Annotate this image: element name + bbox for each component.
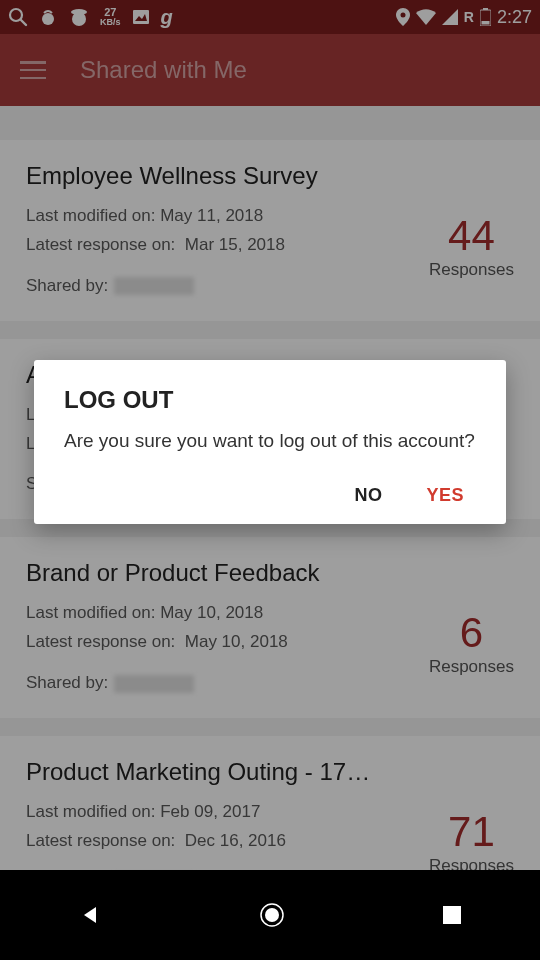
dialog-title: LOG OUT [64,386,476,414]
back-icon[interactable] [78,903,102,927]
navigation-bar [0,870,540,960]
recent-icon[interactable] [442,905,462,925]
svg-rect-15 [443,906,461,924]
dialog-message: Are you sure you want to log out of this… [64,428,476,455]
yes-button[interactable]: YES [426,485,464,506]
no-button[interactable]: NO [354,485,382,506]
logout-dialog: LOG OUT Are you sure you want to log out… [34,360,506,524]
home-icon[interactable] [258,901,286,929]
svg-point-14 [265,908,279,922]
svg-marker-12 [84,907,96,923]
